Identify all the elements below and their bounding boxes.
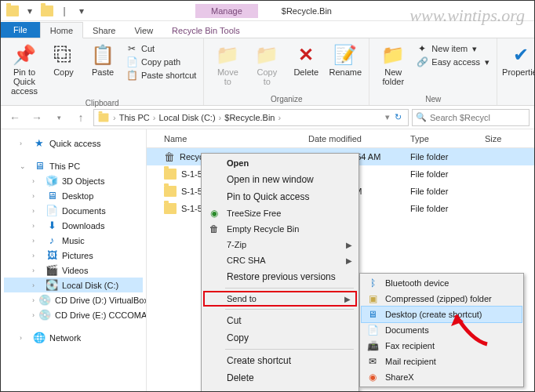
nav-pictures[interactable]: ›🖼Pictures bbox=[4, 248, 143, 263]
ctx-crc-sha[interactable]: CRC SHA▶ bbox=[203, 252, 357, 268]
address-bar-row: ← → ▾ ↑ ›This PC ›Local Disk (C:) ›$Recy… bbox=[1, 106, 534, 129]
new-item-icon: ✦ bbox=[416, 43, 428, 54]
sendto-sharex[interactable]: ◉ShareX bbox=[362, 369, 522, 385]
pictures-icon: 🖼 bbox=[45, 249, 58, 261]
copy-button[interactable]: ⿻ Copy bbox=[45, 41, 82, 78]
nav-local-disk-c[interactable]: ›💽Local Disk (C:) bbox=[4, 278, 143, 292]
nav-documents[interactable]: ›📄Documents bbox=[4, 203, 143, 218]
nav-desktop[interactable]: ›🖥Desktop bbox=[4, 188, 143, 203]
sendto-fax[interactable]: 📠Fax recipient bbox=[362, 338, 522, 354]
paste-shortcut-button[interactable]: 📋Paste shortcut bbox=[123, 69, 198, 82]
tab-file[interactable]: File bbox=[1, 22, 40, 38]
ctx-copy[interactable]: Copy bbox=[203, 329, 357, 347]
recycle-bin-icon: 🗑 bbox=[164, 151, 175, 163]
search-icon: 🔍 bbox=[416, 112, 427, 122]
easy-access-button[interactable]: 🔗Easy access▾ bbox=[413, 56, 492, 68]
tab-recycle-bin-tools[interactable]: Recycle Bin Tools bbox=[162, 23, 249, 38]
paste-button[interactable]: 📋 Paste bbox=[84, 41, 122, 78]
refresh-button[interactable]: ↻ bbox=[391, 112, 405, 122]
search-box[interactable]: 🔍 Search $Recycl bbox=[412, 109, 530, 126]
properties-button[interactable]: ✔Properties bbox=[502, 41, 535, 78]
context-separator bbox=[225, 288, 354, 289]
documents-icon: 📄 bbox=[366, 325, 379, 336]
nav-downloads[interactable]: ›⬇Downloads bbox=[4, 218, 143, 233]
copy-to-button[interactable]: 📁Copy to bbox=[248, 41, 286, 88]
fax-icon: 📠 bbox=[366, 340, 379, 351]
cut-button[interactable]: ✂Cut bbox=[123, 42, 198, 55]
ctx-open-new-window[interactable]: Open in new window bbox=[203, 171, 357, 188]
desktop-icon: 🖥 bbox=[366, 309, 379, 320]
column-headers: Name Date modified Type Size bbox=[147, 129, 534, 148]
ctx-treesize[interactable]: ◉TreeSize Free bbox=[203, 205, 357, 221]
new-folder-button[interactable]: 📁New folder bbox=[374, 41, 412, 88]
sendto-compressed[interactable]: ▣Compressed (zipped) folder bbox=[362, 291, 522, 307]
ctx-restore-versions[interactable]: Restore previous versions bbox=[203, 268, 357, 285]
delete-icon: ✕ bbox=[287, 42, 325, 67]
paste-icon: 📋 bbox=[84, 42, 122, 67]
sendto-desktop-shortcut[interactable]: 🖥Desktop (create shortcut) bbox=[362, 307, 522, 322]
ribbon: 📌 Pin to Quick access ⿻ Copy 📋 Paste ✂Cu… bbox=[1, 38, 534, 106]
ctx-rename[interactable]: Rename bbox=[203, 387, 357, 392]
qat-overflow-icon[interactable]: ▾ bbox=[75, 4, 89, 18]
folder-icon bbox=[164, 169, 177, 180]
nav-videos[interactable]: ›🎬Videos bbox=[4, 263, 143, 278]
music-icon: ♪ bbox=[45, 234, 58, 246]
cube-icon: 🧊 bbox=[45, 175, 58, 187]
ribbon-group-open: ✔Properties ▣Open▾ ✎Edit 🕘History Open bbox=[497, 38, 535, 105]
submenu-arrow-icon: ▶ bbox=[346, 241, 352, 249]
up-button[interactable]: ↑ bbox=[71, 108, 90, 127]
copy-path-button[interactable]: 📄Copy path bbox=[123, 56, 198, 68]
zip-icon: ▣ bbox=[366, 293, 379, 304]
paste-shortcut-icon: 📋 bbox=[126, 70, 138, 81]
ribbon-group-clipboard: 📌 Pin to Quick access ⿻ Copy 📋 Paste ✂Cu… bbox=[1, 38, 204, 105]
tab-view[interactable]: View bbox=[125, 23, 162, 38]
context-separator bbox=[225, 309, 354, 310]
ctx-7zip[interactable]: 7-Zip▶ bbox=[203, 237, 357, 252]
documents-icon: 📄 bbox=[45, 205, 58, 216]
ctx-cut[interactable]: Cut bbox=[203, 312, 357, 329]
tab-home[interactable]: Home bbox=[40, 22, 83, 38]
qat-folder-icon[interactable] bbox=[40, 4, 54, 18]
column-type[interactable]: Type bbox=[406, 134, 480, 143]
ctx-open[interactable]: Open bbox=[203, 155, 357, 171]
nav-cd-drive-e[interactable]: ›💿CD Drive (E:) CCCOMA_X64FRE_ bbox=[4, 307, 143, 322]
dropdown-icon[interactable]: ▾ bbox=[23, 4, 37, 18]
rename-button[interactable]: 📝Rename bbox=[326, 41, 364, 78]
forward-button[interactable]: → bbox=[27, 108, 46, 127]
treesize-icon: ◉ bbox=[208, 208, 220, 219]
pin-to-quick-access-button[interactable]: 📌 Pin to Quick access bbox=[5, 41, 43, 97]
ctx-empty-recycle-bin[interactable]: 🗑Empty Recycle Bin bbox=[203, 221, 357, 237]
nav-music[interactable]: ›♪Music bbox=[4, 233, 143, 248]
move-to-button[interactable]: 📁Move to bbox=[209, 41, 246, 88]
drive-icon: 💽 bbox=[45, 279, 58, 291]
quick-access-toolbar: ▾ | ▾ bbox=[1, 4, 93, 18]
navigation-pane: ›★Quick access ⌄🖥This PC ›🧊3D Objects ›🖥… bbox=[1, 129, 147, 392]
address-folder-icon bbox=[99, 113, 109, 122]
ctx-delete[interactable]: Delete bbox=[203, 369, 357, 387]
column-date[interactable]: Date modified bbox=[304, 134, 406, 143]
sendto-documents[interactable]: 📄Documents bbox=[362, 322, 522, 338]
ctx-create-shortcut[interactable]: Create shortcut bbox=[203, 352, 357, 369]
delete-button[interactable]: ✕Delete bbox=[287, 41, 325, 78]
ctx-pin-quick-access[interactable]: Pin to Quick access bbox=[203, 188, 357, 205]
new-folder-icon: 📁 bbox=[374, 42, 412, 67]
nav-3d-objects[interactable]: ›🧊3D Objects bbox=[4, 173, 143, 188]
videos-icon: 🎬 bbox=[45, 264, 58, 276]
column-name[interactable]: Name bbox=[147, 134, 304, 143]
cd-icon: 💿 bbox=[38, 309, 51, 321]
back-button[interactable]: ← bbox=[5, 108, 24, 127]
nav-quick-access[interactable]: ›★Quick access bbox=[4, 136, 143, 151]
sendto-mail[interactable]: ✉Mail recipient bbox=[362, 354, 522, 369]
nav-cd-drive-d[interactable]: ›💿CD Drive (D:) VirtualBox Guest A bbox=[4, 292, 143, 307]
nav-this-pc[interactable]: ⌄🖥This PC bbox=[4, 158, 143, 173]
copy-path-icon: 📄 bbox=[126, 56, 138, 67]
recent-dropdown[interactable]: ▾ bbox=[49, 108, 68, 127]
column-size[interactable]: Size bbox=[480, 134, 519, 143]
address-bar[interactable]: ›This PC ›Local Disk (C:) ›$Recycle.Bin … bbox=[93, 109, 409, 126]
sendto-bluetooth[interactable]: ᛒBluetooth device bbox=[362, 275, 522, 291]
ctx-send-to[interactable]: Send to▶ bbox=[203, 291, 357, 307]
tab-share[interactable]: Share bbox=[83, 23, 125, 38]
nav-network[interactable]: ›🌐Network bbox=[4, 330, 143, 345]
address-dropdown-icon[interactable]: ▾ bbox=[385, 112, 390, 122]
new-item-button[interactable]: ✦New item▾ bbox=[413, 42, 492, 55]
